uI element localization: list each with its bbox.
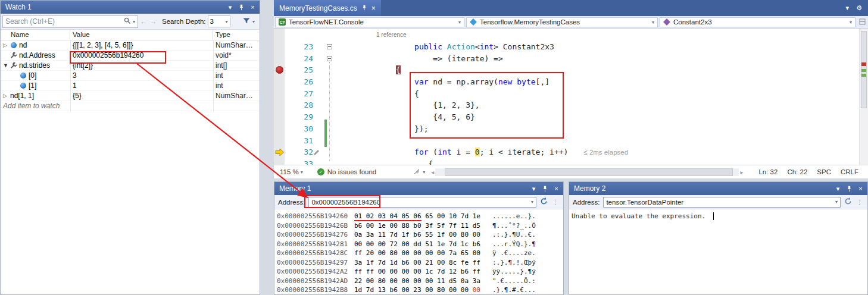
- code-line[interactable]: {: [335, 88, 858, 100]
- code-line[interactable]: public Action<int> Constant2x3: [335, 41, 858, 53]
- code-line[interactable]: {: [335, 64, 858, 76]
- breakpoint-highlighted-brace: {: [396, 65, 401, 74]
- status-line[interactable]: Ln: 32: [758, 168, 778, 175]
- add-watch-row[interactable]: Add item to watch: [1, 101, 260, 111]
- column-divider[interactable]: [70, 40, 71, 112]
- search-options-chevron-icon[interactable]: ▾: [133, 19, 135, 24]
- zoom-select[interactable]: 115 % ▾: [277, 168, 305, 175]
- code-line[interactable]: {4, 5, 6}: [335, 111, 858, 123]
- outline-collapse-icon[interactable]: [327, 44, 332, 49]
- type-dropdown[interactable]: Tensorflow.MemoryTestingCases ▾: [466, 17, 658, 27]
- watch-grid-header: Name Value Type: [1, 30, 260, 40]
- scrollbar-thumb[interactable]: [445, 168, 733, 176]
- code-line[interactable]: });: [335, 123, 858, 135]
- document-tab[interactable]: MemoryTestingCases.cs ×: [274, 0, 381, 16]
- memory-row: 0x000002556B1942A2ff ff 00 00 00 00 1c 7…: [277, 267, 563, 277]
- code-line[interactable]: {1, 2, 3},: [335, 99, 858, 111]
- check-icon: ✓: [317, 168, 324, 175]
- pin-icon[interactable]: [541, 184, 549, 193]
- watch-row[interactable]: nd.Address 0x000002556b194260 void*: [1, 51, 260, 61]
- scroll-left-icon[interactable]: ◂: [431, 169, 434, 175]
- watch-row[interactable]: [1] 1 int: [1, 81, 260, 91]
- watch-name: [0]: [29, 71, 36, 80]
- close-icon[interactable]: ×: [248, 3, 257, 12]
- memory1-titlebar[interactable]: Memory 1 ▾ ×: [274, 182, 563, 195]
- toolbar-overflow-icon[interactable]: ⋮: [855, 199, 864, 205]
- collapse-icon[interactable]: ▼: [3, 62, 10, 68]
- text-cursor: [713, 212, 714, 220]
- scroll-right-icon[interactable]: ▸: [740, 169, 743, 175]
- perf-tip[interactable]: ≤ 2ms elapsed: [583, 149, 628, 156]
- pin-icon[interactable]: [361, 4, 367, 12]
- code-cleanup-button[interactable]: ▾: [413, 168, 425, 176]
- search-placeholder: Search (Ctrl+E): [5, 17, 124, 26]
- window-menu-chevron-icon[interactable]: ▾: [226, 3, 235, 12]
- watch-titlebar[interactable]: Watch 1 ▾ ×: [1, 1, 260, 14]
- code-line[interactable]: for (int i = 0; i < iterate; i++)≤ 2ms e…: [335, 146, 858, 158]
- address-input[interactable]: tensor.TensorDataPointer ▾: [603, 197, 841, 208]
- search-back-icon[interactable]: ←: [140, 17, 148, 26]
- line-number-gutter[interactable]: 2324252627282930313233: [285, 41, 316, 165]
- pin-icon[interactable]: [845, 184, 854, 193]
- outline-collapse-icon[interactable]: [327, 56, 332, 61]
- expand-icon[interactable]: ▷: [3, 42, 10, 48]
- split-editor-icon[interactable]: [857, 17, 867, 27]
- code-line[interactable]: [335, 135, 858, 147]
- close-icon[interactable]: ×: [856, 184, 865, 193]
- horizontal-scrollbar[interactable]: ◂ ▸: [431, 168, 743, 176]
- csharp-project-icon: C#: [279, 18, 286, 26]
- watch-row[interactable]: ▼nd.strides {int[2]} int[]: [1, 61, 260, 71]
- watch-name: nd.Address: [19, 51, 55, 59]
- code-line[interactable]: => (iterate) =>: [335, 53, 858, 65]
- chevron-down-icon: ▾: [652, 20, 654, 25]
- pin-icon[interactable]: [237, 3, 246, 12]
- search-input[interactable]: Search (Ctrl+E) ▾: [2, 15, 138, 28]
- watch-row[interactable]: ▷nd[1, 1] {5} NumShar…: [1, 91, 260, 101]
- panel-title: Memory 1: [279, 184, 529, 193]
- chevron-down-icon: ▾: [226, 19, 228, 24]
- editor-vertical-scrollbar[interactable]: [859, 29, 868, 165]
- expand-icon[interactable]: ▷: [3, 93, 10, 99]
- column-header-type[interactable]: Type: [213, 30, 260, 40]
- document-health-indicator[interactable]: ✓ No issues found: [317, 168, 376, 175]
- code-line[interactable]: var nd = np.array(new byte[,]: [335, 76, 858, 88]
- breakpoint-margin[interactable]: [274, 29, 285, 165]
- memory2-message-area[interactable]: Unable to evaluate the expression.: [569, 209, 867, 294]
- column-divider[interactable]: [213, 40, 214, 112]
- status-line-ending[interactable]: CRLF: [841, 168, 858, 175]
- memory1-dump[interactable]: 0x000002556B19426001 02 03 04 05 06 65 0…: [274, 209, 563, 294]
- window-menu-chevron-icon[interactable]: ▾: [529, 184, 538, 193]
- watch-name: nd.strides: [19, 61, 50, 70]
- address-input[interactable]: 0x000002556B194260 ▾: [308, 197, 536, 208]
- window-menu-chevron-icon[interactable]: ▾: [833, 184, 842, 193]
- watch-name: [1]: [29, 81, 36, 90]
- toolbar-overflow-icon[interactable]: ⋮: [551, 199, 560, 205]
- project-dropdown[interactable]: C# TensorFlowNET.Console ▾: [275, 17, 464, 27]
- refresh-icon[interactable]: [540, 197, 548, 206]
- close-icon[interactable]: ×: [371, 4, 376, 12]
- watch-row[interactable]: ▷nd {[[1, 2, 3], [4, 5, 6]]} NumShar…: [1, 40, 260, 51]
- status-insert-mode[interactable]: SPC: [817, 168, 831, 175]
- filter-button[interactable]: ▾: [243, 18, 255, 25]
- navigation-bar: C# TensorFlowNET.Console ▾ Tensorflow.Me…: [274, 16, 868, 29]
- close-icon[interactable]: ×: [552, 184, 561, 193]
- status-column[interactable]: Ch: 22: [787, 168, 807, 175]
- code-line[interactable]: {: [335, 158, 858, 165]
- tab-list-chevron-icon[interactable]: ▾: [846, 4, 850, 12]
- watch-value: {int[2]}: [73, 61, 93, 70]
- search-depth-select[interactable]: 3 ▾: [208, 15, 230, 27]
- code-editor[interactable]: 2324252627282930313233 1 reference publi…: [274, 29, 868, 165]
- breakpoint-icon[interactable]: [276, 66, 283, 74]
- gear-icon[interactable]: ⚙: [856, 4, 862, 12]
- search-forward-icon[interactable]: →: [149, 17, 157, 26]
- watch-row[interactable]: [0] 3 int: [1, 71, 260, 81]
- edit-pencil-icon: [313, 149, 320, 158]
- codelens-references[interactable]: 1 reference: [376, 32, 407, 38]
- watch-name: nd[1, 1]: [10, 92, 34, 100]
- refresh-icon[interactable]: [844, 197, 852, 206]
- memory2-titlebar[interactable]: Memory 2 ▾ ×: [569, 182, 867, 195]
- watch-type: NumShar…: [216, 41, 253, 49]
- member-dropdown[interactable]: Constant2x3 ▾: [660, 17, 855, 27]
- column-header-value[interactable]: Value: [70, 30, 213, 40]
- column-header-name[interactable]: Name: [1, 30, 70, 40]
